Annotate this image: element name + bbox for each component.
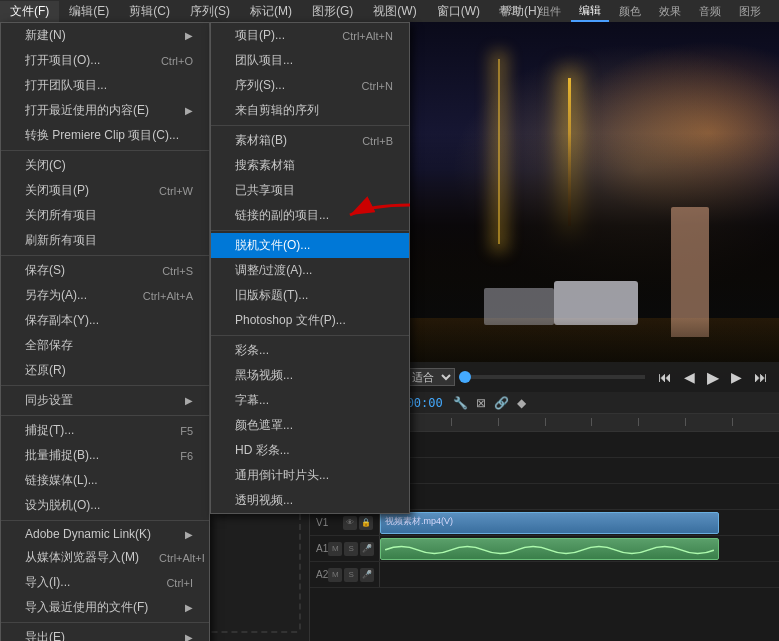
menu-item-import[interactable]: 导入(I)... Ctrl+I bbox=[1, 570, 209, 595]
menu-markers[interactable]: 标记(M) bbox=[240, 1, 302, 22]
track-v1-content[interactable]: 视频素材.mp4(V) bbox=[380, 510, 779, 535]
ws-tab-assembly[interactable]: 组件 bbox=[531, 2, 569, 21]
ws-tab-edit[interactable]: 编辑 bbox=[571, 1, 609, 22]
menu-clip[interactable]: 剪辑(C) bbox=[119, 1, 180, 22]
menu-item-make-offline[interactable]: 设为脱机(O)... bbox=[1, 493, 209, 518]
color-matte-item[interactable]: 颜色遮罩... bbox=[211, 413, 409, 438]
menu-item-import-recent[interactable]: 导入最近使用的文件(F) ▶ bbox=[1, 595, 209, 620]
menu-file[interactable]: 文件(F) bbox=[0, 1, 59, 22]
sep2 bbox=[1, 255, 209, 256]
menu-item-export[interactable]: 导出(E) ▶ bbox=[1, 625, 209, 641]
search-bin-item[interactable]: 搜索素材箱 bbox=[211, 153, 409, 178]
menu-item-save[interactable]: 保存(S) Ctrl+S bbox=[1, 258, 209, 283]
import-recent-arrow: ▶ bbox=[185, 602, 193, 613]
v1-eye[interactable]: 👁 bbox=[343, 516, 357, 530]
audio-clip-a1[interactable] bbox=[380, 538, 719, 560]
a2-s[interactable]: S bbox=[344, 568, 358, 582]
menu-item-adl[interactable]: Adobe Dynamic Link(K) ▶ bbox=[1, 523, 209, 545]
track-v2-content[interactable] bbox=[380, 484, 779, 509]
menu-item-close-proj[interactable]: 关闭项目(P) Ctrl+W bbox=[1, 178, 209, 203]
menu-item-save-copy[interactable]: 保存副本(Y)... bbox=[1, 308, 209, 333]
convert-label: 转换 Premiere Clip 项目(C)... bbox=[25, 127, 179, 144]
menu-item-batch-capture[interactable]: 批量捕捉(B)... F6 bbox=[1, 443, 209, 468]
track-a1-content[interactable] bbox=[380, 536, 779, 561]
play-back-btn[interactable]: ◀ bbox=[681, 369, 698, 385]
file-menu-dropdown[interactable]: 新建(N) ▶ 打开项目(O)... Ctrl+O 打开团队项目... 打开最近… bbox=[0, 22, 210, 641]
bars-item[interactable]: 彩条... bbox=[211, 338, 409, 363]
menu-item-refresh-all[interactable]: 刷新所有项目 bbox=[1, 228, 209, 253]
v1-lock[interactable]: 🔒 bbox=[359, 516, 373, 530]
a1-m[interactable]: M bbox=[328, 542, 342, 556]
menu-view[interactable]: 视图(W) bbox=[363, 1, 426, 22]
a2-m[interactable]: M bbox=[328, 568, 342, 582]
preview-progress-bar[interactable] bbox=[465, 375, 645, 379]
menu-item-save-all[interactable]: 全部保存 bbox=[1, 333, 209, 358]
menu-sequence[interactable]: 序列(S) bbox=[180, 1, 240, 22]
import-label: 导入(I)... bbox=[25, 574, 70, 591]
menu-graphics[interactable]: 图形(G) bbox=[302, 1, 363, 22]
shared-item[interactable]: 已共享项目 bbox=[211, 178, 409, 203]
a1-s[interactable]: S bbox=[344, 542, 358, 556]
menu-item-sync[interactable]: 同步设置 ▶ bbox=[1, 388, 209, 413]
ws-tab-audio[interactable]: 音频 bbox=[691, 2, 729, 21]
tl-link[interactable]: 🔗 bbox=[492, 394, 511, 412]
menu-item-save-as[interactable]: 另存为(A)... Ctrl+Alt+A bbox=[1, 283, 209, 308]
menu-item-convert[interactable]: 转换 Premiere Clip 项目(C)... bbox=[1, 123, 209, 148]
new-seq-clip-item[interactable]: 来自剪辑的序列 bbox=[211, 98, 409, 123]
ws-tab-graphics[interactable]: 图形 bbox=[731, 2, 769, 21]
menu-edit[interactable]: 编辑(E) bbox=[59, 1, 119, 22]
menu-item-recent[interactable]: 打开最近使用的内容(E) ▶ bbox=[1, 98, 209, 123]
menu-item-new[interactable]: 新建(N) ▶ bbox=[1, 23, 209, 48]
new-submenu[interactable]: 项目(P)... Ctrl+Alt+N 团队项目... 序列(S)... Ctr… bbox=[210, 22, 410, 514]
offline-item[interactable]: 脱机文件(O)... bbox=[211, 233, 409, 258]
a2-mic[interactable]: 🎤 bbox=[360, 568, 374, 582]
ruler-mark-9 bbox=[732, 418, 733, 426]
menu-item-capture[interactable]: 捕捉(T)... F5 bbox=[1, 418, 209, 443]
menu-item-link-media[interactable]: 链接媒体(L)... bbox=[1, 468, 209, 493]
transparent-item[interactable]: 透明视频... bbox=[211, 488, 409, 513]
tl-wrench[interactable]: 🔧 bbox=[451, 394, 470, 412]
linked-item[interactable]: 链接的副的项目... bbox=[211, 203, 409, 228]
video-clip-v1[interactable]: 视频素材.mp4(V) bbox=[380, 512, 719, 534]
countdown-item[interactable]: 通用倒计时片头... bbox=[211, 463, 409, 488]
legacy-title-item[interactable]: 旧版标题(T)... bbox=[211, 283, 409, 308]
play-btn[interactable]: ▶ bbox=[704, 368, 722, 387]
menu-item-close[interactable]: 关闭(C) bbox=[1, 153, 209, 178]
hd-bars-item[interactable]: HD 彩条... bbox=[211, 438, 409, 463]
captions-item[interactable]: 字幕... bbox=[211, 388, 409, 413]
track-a2-content[interactable] bbox=[380, 562, 779, 587]
play-fwd-btn[interactable]: ▶ bbox=[728, 369, 745, 385]
tl-snap[interactable]: ⊠ bbox=[474, 394, 488, 412]
track-v3-content[interactable] bbox=[380, 458, 779, 483]
black-video-item[interactable]: 黑场视频... bbox=[211, 363, 409, 388]
menu-item-import-browser[interactable]: 从媒体浏览器导入(M) Ctrl+Alt+I bbox=[1, 545, 209, 570]
photoshop-item[interactable]: Photoshop 文件(P)... bbox=[211, 308, 409, 333]
recent-arrow: ▶ bbox=[185, 105, 193, 116]
play-prev-btn[interactable]: ⏮ bbox=[655, 369, 675, 385]
close-proj-shortcut: Ctrl+W bbox=[159, 185, 193, 197]
menu-item-revert[interactable]: 还原(R) bbox=[1, 358, 209, 383]
new-proj-item[interactable]: 项目(P)... Ctrl+Alt+N bbox=[211, 23, 409, 48]
new-seq-clip-label: 来自剪辑的序列 bbox=[235, 102, 319, 119]
new-sep1 bbox=[211, 125, 409, 126]
new-seq-item[interactable]: 序列(S)... Ctrl+N bbox=[211, 73, 409, 98]
play-next-btn[interactable]: ⏭ bbox=[751, 369, 771, 385]
menu-item-open-team[interactable]: 打开团队项目... bbox=[1, 73, 209, 98]
ws-tab-color[interactable]: 颜色 bbox=[611, 2, 649, 21]
menu-item-open[interactable]: 打开项目(O)... Ctrl+O bbox=[1, 48, 209, 73]
fit-select[interactable]: 适合 bbox=[403, 368, 455, 386]
hd-bars-label: HD 彩条... bbox=[235, 442, 290, 459]
tl-marker[interactable]: ◆ bbox=[515, 394, 528, 412]
menu-item-close-all[interactable]: 关闭所有项目 bbox=[1, 203, 209, 228]
save-copy-label: 保存副本(Y)... bbox=[25, 312, 99, 329]
track-v4-content[interactable] bbox=[380, 432, 779, 457]
ws-tab-effects[interactable]: 效果 bbox=[651, 2, 689, 21]
sep3 bbox=[1, 385, 209, 386]
ws-tab-learn[interactable]: 学习 bbox=[491, 2, 529, 21]
link-media-label: 链接媒体(L)... bbox=[25, 472, 98, 489]
new-team-item[interactable]: 团队项目... bbox=[211, 48, 409, 73]
new-bin-item[interactable]: 素材箱(B) Ctrl+B bbox=[211, 128, 409, 153]
a1-mic[interactable]: 🎤 bbox=[360, 542, 374, 556]
adjust-item[interactable]: 调整/过渡(A)... bbox=[211, 258, 409, 283]
menu-window[interactable]: 窗口(W) bbox=[427, 1, 490, 22]
